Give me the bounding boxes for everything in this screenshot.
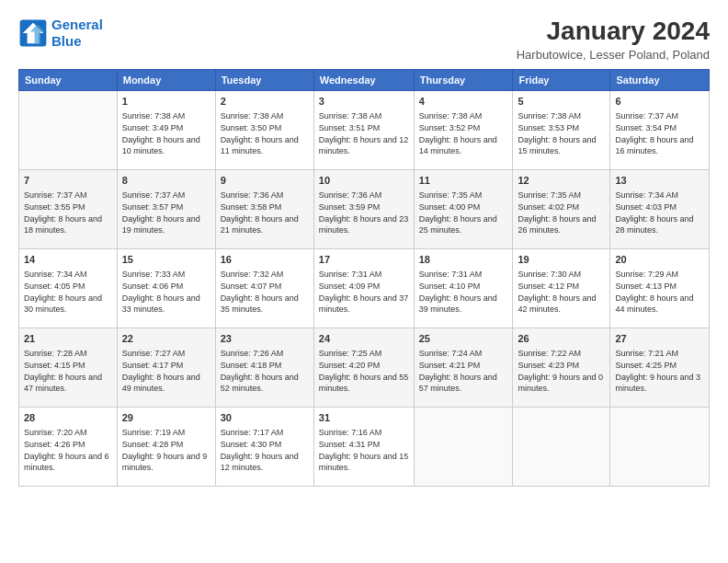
header-sunday: Sunday — [19, 70, 118, 91]
sunset-text: Sunset: 4:30 PM — [221, 439, 309, 451]
sunset-text: Sunset: 4:17 PM — [122, 360, 210, 372]
calendar-cell: 30Sunrise: 7:17 AMSunset: 4:30 PMDayligh… — [215, 408, 313, 487]
calendar-cell: 11Sunrise: 7:35 AMSunset: 4:00 PMDayligh… — [414, 170, 513, 249]
sunset-text: Sunset: 4:09 PM — [319, 281, 409, 293]
location: Harbutowice, Lesser Poland, Poland — [517, 48, 710, 62]
sunrise-text: Sunrise: 7:19 AM — [122, 427, 210, 439]
calendar-cell: 25Sunrise: 7:24 AMSunset: 4:21 PMDayligh… — [414, 328, 513, 408]
sunrise-text: Sunrise: 7:22 AM — [518, 348, 605, 360]
day-number: 10 — [319, 174, 409, 188]
day-number: 22 — [122, 332, 210, 346]
sunrise-text: Sunrise: 7:32 AM — [221, 269, 309, 281]
day-number: 2 — [221, 95, 309, 109]
sunset-text: Sunset: 3:59 PM — [319, 201, 409, 213]
day-number: 11 — [419, 174, 508, 188]
calendar-cell: 19Sunrise: 7:30 AMSunset: 4:12 PMDayligh… — [513, 249, 610, 328]
daylight-text: Daylight: 8 hours and 35 minutes. — [221, 293, 309, 316]
week-row-2: 14Sunrise: 7:34 AMSunset: 4:05 PMDayligh… — [19, 249, 710, 328]
week-row-1: 7Sunrise: 7:37 AMSunset: 3:55 PMDaylight… — [19, 170, 710, 249]
day-number: 29 — [122, 411, 210, 425]
sunrise-text: Sunrise: 7:24 AM — [419, 348, 508, 360]
daylight-text: Daylight: 8 hours and 14 minutes. — [419, 134, 508, 157]
sunrise-text: Sunrise: 7:35 AM — [518, 190, 605, 201]
sunset-text: Sunset: 3:55 PM — [24, 201, 112, 213]
daylight-text: Daylight: 8 hours and 12 minutes. — [319, 134, 409, 157]
daylight-text: Daylight: 8 hours and 23 minutes. — [319, 213, 409, 236]
day-number: 5 — [518, 95, 605, 109]
day-number: 20 — [615, 253, 704, 267]
sunset-text: Sunset: 4:23 PM — [518, 360, 605, 372]
sunrise-text: Sunrise: 7:36 AM — [319, 190, 409, 201]
header: General Blue January 2024 Harbutowice, L… — [18, 17, 710, 62]
sunset-text: Sunset: 4:31 PM — [319, 439, 409, 451]
logo-line1: General — [51, 17, 103, 32]
daylight-text: Daylight: 8 hours and 42 minutes. — [518, 293, 605, 316]
sunset-text: Sunset: 3:49 PM — [122, 122, 210, 134]
sunset-text: Sunset: 4:20 PM — [319, 360, 409, 372]
day-number: 21 — [24, 332, 112, 346]
daylight-text: Daylight: 9 hours and 12 minutes. — [221, 451, 309, 474]
sunrise-text: Sunrise: 7:37 AM — [24, 190, 112, 201]
calendar-cell — [610, 408, 710, 487]
day-number: 1 — [122, 95, 210, 109]
sunset-text: Sunset: 4:10 PM — [419, 281, 508, 293]
calendar-cell: 9Sunrise: 7:36 AMSunset: 3:58 PMDaylight… — [215, 170, 313, 249]
day-number: 28 — [24, 411, 112, 425]
page: General Blue January 2024 Harbutowice, L… — [0, 0, 728, 563]
daylight-text: Daylight: 8 hours and 30 minutes. — [24, 293, 112, 316]
daylight-text: Daylight: 8 hours and 44 minutes. — [615, 293, 704, 316]
sunset-text: Sunset: 4:03 PM — [615, 201, 704, 213]
sunset-text: Sunset: 4:26 PM — [24, 439, 112, 451]
sunset-text: Sunset: 4:06 PM — [122, 281, 210, 293]
sunset-text: Sunset: 4:12 PM — [518, 281, 605, 293]
day-number: 25 — [419, 332, 508, 346]
day-number: 27 — [615, 332, 704, 346]
day-number: 16 — [221, 253, 309, 267]
sunset-text: Sunset: 4:02 PM — [518, 201, 605, 213]
day-number: 15 — [122, 253, 210, 267]
daylight-text: Daylight: 9 hours and 6 minutes. — [24, 451, 112, 474]
calendar-cell: 29Sunrise: 7:19 AMSunset: 4:28 PMDayligh… — [117, 408, 215, 487]
sunrise-text: Sunrise: 7:37 AM — [122, 190, 210, 201]
calendar-cell — [19, 91, 118, 170]
header-tuesday: Tuesday — [215, 70, 313, 91]
day-number: 24 — [319, 332, 409, 346]
day-number: 19 — [518, 253, 605, 267]
sunrise-text: Sunrise: 7:38 AM — [518, 110, 605, 122]
calendar-cell: 20Sunrise: 7:29 AMSunset: 4:13 PMDayligh… — [610, 249, 710, 328]
daylight-text: Daylight: 8 hours and 25 minutes. — [419, 213, 508, 236]
calendar-cell: 6Sunrise: 7:37 AMSunset: 3:54 PMDaylight… — [610, 91, 710, 170]
calendar-cell: 12Sunrise: 7:35 AMSunset: 4:02 PMDayligh… — [513, 170, 610, 249]
logo-line2: Blue — [51, 33, 82, 49]
calendar-cell: 3Sunrise: 7:38 AMSunset: 3:51 PMDaylight… — [313, 91, 414, 170]
calendar-cell: 24Sunrise: 7:25 AMSunset: 4:20 PMDayligh… — [313, 328, 414, 408]
calendar-cell: 27Sunrise: 7:21 AMSunset: 4:25 PMDayligh… — [610, 328, 710, 408]
sunset-text: Sunset: 4:25 PM — [615, 360, 704, 372]
sunrise-text: Sunrise: 7:37 AM — [615, 110, 704, 122]
calendar-cell — [414, 408, 513, 487]
title-block: January 2024 Harbutowice, Lesser Poland,… — [517, 17, 710, 62]
day-number: 31 — [319, 411, 409, 425]
calendar-cell — [513, 408, 610, 487]
sunset-text: Sunset: 4:13 PM — [615, 281, 704, 293]
calendar-cell: 17Sunrise: 7:31 AMSunset: 4:09 PMDayligh… — [313, 249, 414, 328]
day-number: 13 — [615, 174, 704, 188]
sunrise-text: Sunrise: 7:31 AM — [319, 269, 409, 281]
month-title: January 2024 — [517, 17, 710, 46]
daylight-text: Daylight: 8 hours and 37 minutes. — [319, 293, 409, 316]
day-number: 30 — [221, 411, 309, 425]
sunset-text: Sunset: 4:00 PM — [419, 201, 508, 213]
calendar-cell: 31Sunrise: 7:16 AMSunset: 4:31 PMDayligh… — [313, 408, 414, 487]
daylight-text: Daylight: 8 hours and 16 minutes. — [615, 134, 704, 157]
sunrise-text: Sunrise: 7:16 AM — [319, 427, 409, 439]
sunrise-text: Sunrise: 7:31 AM — [419, 269, 508, 281]
sunset-text: Sunset: 3:54 PM — [615, 122, 704, 134]
sunrise-text: Sunrise: 7:29 AM — [615, 269, 704, 281]
sunset-text: Sunset: 4:21 PM — [419, 360, 508, 372]
header-friday: Friday — [513, 70, 610, 91]
day-number: 9 — [221, 174, 309, 188]
sunset-text: Sunset: 3:51 PM — [319, 122, 409, 134]
sunrise-text: Sunrise: 7:34 AM — [24, 269, 112, 281]
header-thursday: Thursday — [414, 70, 513, 91]
day-number: 6 — [615, 95, 704, 109]
